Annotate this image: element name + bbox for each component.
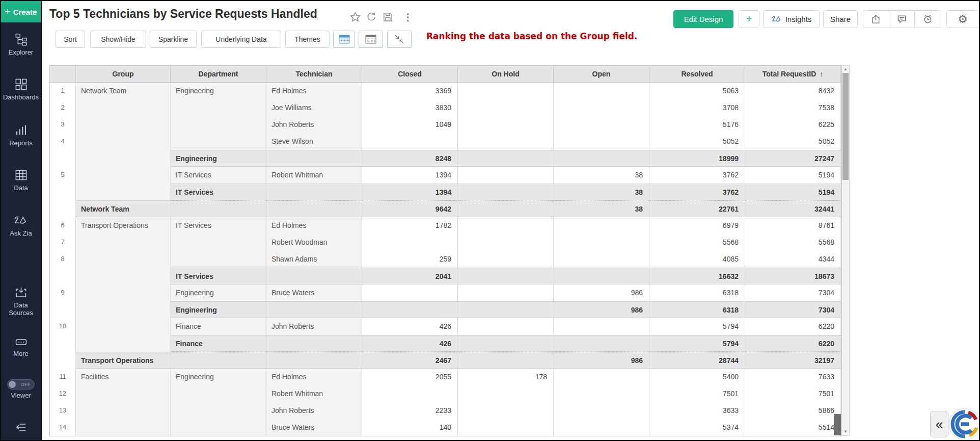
plus-icon: + (746, 13, 752, 25)
sidebar-item-data[interactable]: Data (1, 168, 41, 192)
vertical-scrollbar[interactable]: ▲ ▼ (841, 65, 850, 436)
cell-resolved: 6318 (649, 284, 745, 301)
share-button[interactable]: Share (823, 10, 858, 28)
save-button[interactable] (381, 10, 394, 23)
underlying-data-button[interactable]: Underlying Data (201, 31, 281, 48)
scrollbar-nub[interactable] (834, 414, 841, 435)
cell-total: 8432 (745, 83, 841, 99)
cell-group (76, 184, 171, 200)
brand-logo[interactable] (949, 409, 980, 439)
cell-group (76, 301, 171, 318)
export-button[interactable] (863, 11, 889, 28)
favorite-button[interactable] (348, 10, 362, 23)
cell-technician: Robert Whitman (266, 167, 362, 184)
sidebar-item-dashboards[interactable]: Dashboards (1, 77, 41, 101)
cell-closed: 9642 (362, 200, 458, 217)
cell-onhold (458, 83, 554, 99)
cell-resolved: 3762 (649, 167, 745, 184)
header-resolved[interactable]: Resolved (649, 66, 745, 83)
cell-resolved: 5052 (649, 133, 745, 150)
header-closed[interactable]: Closed (362, 66, 458, 83)
sidebar-item-data-sources[interactable]: Data Sources (1, 286, 41, 317)
cell-total: 7304 (745, 284, 841, 301)
cell-department: Engineering (171, 83, 266, 99)
cell-technician (266, 352, 362, 369)
cell-group (76, 234, 171, 251)
cell-onhold (458, 335, 554, 352)
cell-closed (362, 133, 458, 150)
scroll-up-icon[interactable]: ▲ (842, 66, 849, 73)
edit-design-button[interactable]: Edit Design (673, 10, 733, 28)
refresh-button[interactable] (365, 10, 378, 23)
create-button[interactable]: + Create (1, 1, 41, 22)
table-view-button[interactable] (333, 31, 355, 48)
sidebar-item-ask-zia[interactable]: Ask Zia (1, 214, 41, 237)
settings-button[interactable]: ⚙ (946, 10, 979, 28)
cell-technician (266, 184, 362, 200)
cell-closed: 1394 (362, 184, 458, 200)
sort-button[interactable]: Sort (56, 31, 85, 48)
cell-technician (266, 268, 362, 284)
table-row-group-total: Network Team9642382276132441 (50, 200, 841, 217)
cell-onhold (458, 116, 554, 133)
explorer-icon (14, 33, 28, 46)
scrollbar-thumb[interactable] (842, 73, 849, 180)
header-technician[interactable]: Technician (266, 66, 362, 83)
data-icon (14, 168, 28, 182)
cell-total: 4344 (745, 251, 841, 268)
alerts-button[interactable] (915, 11, 941, 28)
cell-onhold: 178 (458, 369, 554, 385)
cell-department (171, 234, 266, 251)
header-on-hold[interactable]: On Hold (458, 66, 554, 83)
cell-group (76, 251, 171, 268)
row-number-cell: 7 (50, 234, 76, 251)
cell-group-total-label: Network Team (76, 200, 171, 217)
sidebar-item-label: More (13, 350, 29, 357)
collapse-panel-button[interactable]: « (930, 411, 948, 437)
cell-onhold (458, 200, 554, 217)
sidebar-item-reports[interactable]: Reports (1, 123, 41, 147)
header-group[interactable]: Group (76, 66, 171, 83)
comments-button[interactable] (889, 11, 915, 28)
add-view-button[interactable]: + (739, 10, 759, 28)
themes-button[interactable]: Themes (285, 31, 330, 48)
sidebar-collapse[interactable] (1, 421, 41, 433)
cell-department-total-label: IT Services (171, 184, 266, 200)
pivot-view-button[interactable] (359, 31, 383, 48)
cell-resolved: 5400 (649, 369, 745, 385)
kebab-icon: ⋮ (403, 11, 413, 23)
cell-closed: 259 (362, 251, 458, 268)
cell-department (171, 116, 266, 133)
cell-onhold (458, 419, 554, 436)
cell-open (554, 318, 649, 335)
table-row: 4Steve Wilson50525052 (50, 133, 841, 150)
cell-total: 6220 (745, 318, 841, 335)
more-options-button[interactable]: ⋮ (401, 10, 415, 23)
show-hide-button[interactable]: Show/Hide (90, 31, 146, 48)
cell-onhold (458, 99, 554, 116)
table-row: 7Robert Woodman55685568 (50, 234, 841, 251)
collapse-view-button[interactable] (387, 31, 412, 48)
report-table: Group Department Technician Closed On Ho… (49, 65, 841, 436)
table-row-dept-total: Finance42657946220 (50, 335, 841, 352)
insights-button[interactable]: Insights (763, 10, 820, 28)
header-total-requestid[interactable]: Total RequestID↑ (745, 66, 841, 83)
cell-department: IT Services (171, 167, 266, 184)
cell-total: 5194 (745, 167, 841, 184)
row-number-cell (50, 268, 76, 284)
viewer-toggle[interactable]: OFF (7, 379, 35, 390)
row-number-cell: 1 (50, 83, 76, 99)
cell-group (76, 335, 171, 352)
cell-onhold (458, 385, 554, 402)
sparkline-button[interactable]: Sparkline (150, 31, 197, 48)
analytics-logo-icon (949, 409, 980, 439)
sidebar-item-more[interactable]: More (1, 336, 41, 357)
scroll-down-icon[interactable]: ▼ (842, 428, 849, 435)
cell-open: 986 (554, 301, 649, 318)
sidebar-item-explorer[interactable]: Explorer (1, 33, 41, 56)
cell-total: 6225 (745, 116, 841, 133)
header-department[interactable]: Department (171, 66, 266, 83)
header-open[interactable]: Open (554, 66, 649, 83)
cell-technician: Shawn Adams (266, 251, 362, 268)
cell-open (554, 150, 649, 167)
